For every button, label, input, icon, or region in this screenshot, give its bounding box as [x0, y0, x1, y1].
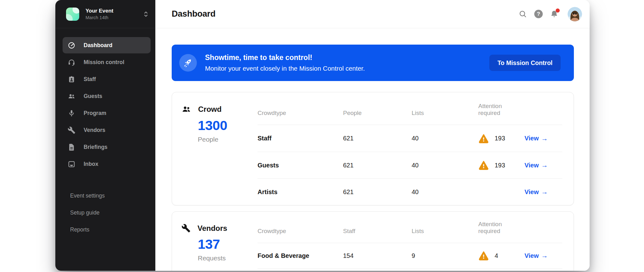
sidebar-item-label: Vendors — [84, 127, 105, 133]
attention-cell: 193 — [478, 133, 525, 144]
content-area: Showtime, time to take control! Monitor … — [155, 28, 590, 271]
sidebar-link-reports[interactable]: Reports — [70, 221, 155, 238]
inbox-icon — [68, 160, 75, 168]
warning-icon — [478, 160, 489, 171]
sidebar-links: Event settings Setup guide Reports — [55, 187, 155, 238]
rocket-icon — [179, 54, 197, 72]
table-row: Guests 621 40 193 View→ — [258, 152, 562, 178]
people-cell: 621 — [343, 135, 412, 142]
chevron-updown-icon — [143, 11, 148, 18]
view-link[interactable]: View→ — [525, 188, 562, 196]
vendors-metric-label: Requests — [198, 254, 258, 262]
view-link[interactable]: View→ — [525, 161, 562, 169]
sidebar-item-mission-control[interactable]: Mission control — [63, 54, 151, 70]
sidebar-item-label: Program — [84, 110, 106, 117]
sidebar-item-label: Mission control — [84, 59, 124, 66]
sidebar-item-inbox[interactable]: Inbox — [63, 156, 151, 172]
lists-cell: 9 — [412, 252, 478, 259]
help-icon[interactable]: ? — [534, 10, 543, 18]
staff-cell: 154 — [343, 252, 412, 259]
event-switcher[interactable]: Your Event March 14th — [55, 0, 155, 28]
avatar[interactable] — [568, 7, 582, 21]
arrow-right-icon: → — [541, 161, 548, 169]
column-header: Crowdtype — [258, 110, 343, 117]
headset-icon — [68, 58, 75, 66]
mission-control-banner: Showtime, time to take control! Monitor … — [172, 45, 574, 81]
card-title: Crowd — [198, 105, 222, 114]
app-window: Your Event March 14th Dashboard — [55, 0, 590, 271]
badge-icon — [68, 75, 75, 83]
sidebar-item-briefings[interactable]: Briefings — [63, 139, 151, 155]
attention-cell: 193 — [478, 160, 525, 171]
arrow-right-icon: → — [541, 135, 548, 142]
document-icon — [68, 143, 75, 151]
table-row-clipped — [258, 268, 562, 271]
crowdtype-cell: Guests — [258, 162, 343, 169]
crowdtype-cell: Staff — [258, 135, 343, 142]
sidebar-item-label: Staff — [84, 76, 96, 83]
warning-icon — [478, 133, 489, 144]
sidebar-link-event-settings[interactable]: Event settings — [70, 187, 155, 204]
search-icon[interactable] — [519, 10, 527, 18]
wrench-icon — [68, 126, 75, 134]
banner-subtitle: Monitor your event closely in the Missio… — [205, 65, 365, 72]
column-header: Lists — [412, 228, 478, 235]
lists-cell: 40 — [412, 188, 478, 196]
sidebar-item-label: Guests — [84, 93, 102, 100]
crowd-summary: Crowd 1300 People — [172, 92, 258, 205]
view-link[interactable]: View→ — [525, 252, 562, 259]
banner-text: Showtime, time to take control! Monitor … — [205, 53, 365, 72]
to-mission-control-button[interactable]: To Mission Control — [489, 55, 561, 71]
sidebar-item-label: Inbox — [84, 161, 98, 167]
lists-cell: 40 — [412, 162, 478, 169]
topbar-icons: ? — [519, 7, 582, 21]
lists-cell: 40 — [412, 135, 478, 142]
sidebar-item-program[interactable]: Program — [63, 105, 151, 121]
arrow-right-icon: → — [541, 188, 548, 196]
vendors-metric: 137 — [198, 237, 258, 252]
warning-icon — [478, 250, 489, 261]
column-header: Crowdtype — [258, 228, 343, 235]
page-title: Dashboard — [172, 9, 215, 19]
topbar: Dashboard ? — [155, 0, 590, 28]
table-row: Food & Beverage 154 9 4 View→ — [258, 243, 562, 268]
sidebar: Your Event March 14th Dashboard — [55, 0, 155, 271]
people-icon — [68, 92, 75, 100]
crowdtype-cell: Food & Beverage — [258, 252, 343, 259]
main-area: Dashboard ? — [155, 0, 590, 271]
sidebar-item-label: Briefings — [84, 144, 108, 150]
vendors-table: Crowdtype Staff Lists Attention required… — [258, 212, 574, 271]
crowd-metric-label: People — [198, 136, 258, 143]
column-header: People — [343, 110, 412, 117]
bell-icon[interactable] — [550, 10, 558, 18]
table-header-row: Crowdtype Staff Lists Attention required — [258, 212, 562, 243]
people-cell: 621 — [343, 188, 412, 196]
table-row: Staff 621 40 193 View→ — [258, 125, 562, 152]
vendors-card: Vendors 137 Requests Crowdtype Staff Lis… — [172, 211, 574, 271]
microphone-icon — [68, 109, 75, 117]
column-header: Lists — [412, 110, 478, 117]
sidebar-link-setup-guide[interactable]: Setup guide — [70, 204, 155, 221]
event-logo-icon — [66, 8, 79, 21]
card-title: Vendors — [197, 224, 227, 233]
table-row: Artists 621 40 View→ — [258, 178, 562, 205]
sidebar-item-guests[interactable]: Guests — [63, 88, 151, 104]
sidebar-item-staff[interactable]: Staff — [63, 71, 151, 87]
vendors-summary: Vendors 137 Requests — [172, 212, 258, 271]
notification-dot — [556, 8, 560, 13]
gauge-icon — [68, 41, 75, 49]
table-header-row: Crowdtype People Lists Attention require… — [258, 92, 562, 125]
people-cell: 621 — [343, 162, 412, 169]
sidebar-item-label: Dashboard — [84, 42, 112, 49]
sidebar-item-vendors[interactable]: Vendors — [63, 122, 151, 138]
column-header: Attention required — [478, 221, 525, 235]
crowdtype-cell: Artists — [258, 188, 343, 196]
view-link[interactable]: View→ — [525, 135, 562, 142]
sidebar-nav: Dashboard Mission control Staff — [55, 28, 155, 173]
wrench-icon — [181, 224, 191, 233]
attention-cell: 4 — [478, 250, 525, 261]
arrow-right-icon: → — [541, 252, 548, 259]
sidebar-item-dashboard[interactable]: Dashboard — [63, 37, 151, 53]
event-meta: Your Event March 14th — [86, 8, 113, 20]
event-date: March 14th — [86, 15, 113, 20]
